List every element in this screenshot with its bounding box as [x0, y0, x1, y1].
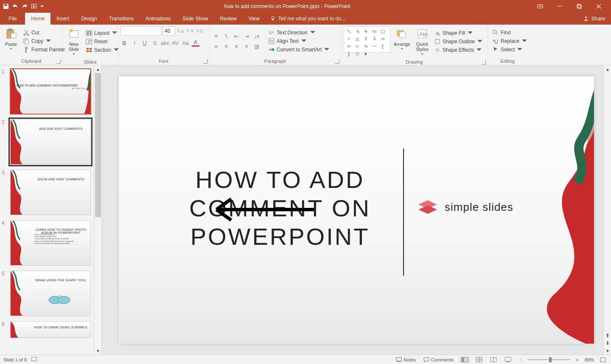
font-name-input[interactable]	[121, 26, 161, 36]
tab-slideshow[interactable]: Slide Show	[177, 13, 214, 25]
share-button[interactable]: Share	[577, 13, 611, 25]
convert-smartart-button[interactable]: Convert to SmartArt	[266, 46, 332, 53]
decrease-font-icon[interactable]: A▼	[186, 28, 195, 34]
change-case-icon[interactable]: Aa	[182, 39, 189, 47]
paste-button[interactable]: Paste	[3, 26, 20, 56]
tab-design[interactable]: Design	[75, 13, 103, 25]
redo-icon[interactable]	[21, 3, 28, 10]
slide-thumbnail[interactable]: 6 HOW TO DRAW USING SCRIBBLE	[2, 321, 100, 338]
shape-triangle-icon[interactable]: △	[353, 35, 361, 42]
dialog-launcher-icon[interactable]	[335, 59, 339, 64]
reading-view-icon[interactable]	[488, 357, 499, 363]
shape-fill-button[interactable]: Shape Fill	[432, 29, 485, 37]
shapes-gallery[interactable]: ＼ ↘ ↳ ▭ ▢ ○ △ ⇧ ⇩ ⇨ ⇦ ☆ ∿ 〰 { } ✩ ▾	[344, 26, 390, 53]
slide-counter[interactable]: Slide 1 of 8	[3, 357, 27, 362]
scroll-up-icon[interactable]: ▴	[604, 65, 611, 73]
align-left-icon[interactable]: ≡	[212, 42, 220, 50]
shape-arrow-up-icon[interactable]: ⇧	[362, 35, 370, 42]
shape-circle-icon[interactable]: ○	[345, 35, 353, 42]
section-button[interactable]: Section	[84, 46, 121, 54]
align-right-icon[interactable]: ≡	[233, 42, 240, 50]
new-slide-button[interactable]: New Slide	[65, 26, 82, 57]
slide-thumbnail[interactable]: 5 DRAW USING THE SHAPE TOOL	[2, 271, 100, 316]
zoom-out-button[interactable]: −	[517, 357, 523, 362]
shape-arrow-down-icon[interactable]: ⇩	[370, 35, 378, 42]
slideshow-view-icon[interactable]	[503, 357, 513, 363]
font-size-input[interactable]	[163, 26, 175, 36]
shape-rect-icon[interactable]: ▭	[370, 28, 378, 34]
slide-thumbnail[interactable]: 1 HOW TO ADD COMMENT ON POWERPOINT ◆ sim…	[2, 69, 100, 114]
shape-star-icon[interactable]: ☆	[353, 43, 361, 50]
comments-button[interactable]: Comments	[422, 357, 455, 362]
start-from-beginning-icon[interactable]	[31, 3, 37, 10]
slide-canvas[interactable]: HOW TO ADD COMMENT ON POWERPOINT simple …	[119, 76, 594, 344]
qat-dropdown-icon[interactable]	[40, 4, 44, 8]
undo-icon[interactable]	[12, 3, 19, 10]
tab-transitions[interactable]: Transitions	[103, 13, 140, 25]
cut-button[interactable]: Cut	[21, 29, 67, 36]
prev-slide-icon[interactable]: ⬆	[604, 332, 611, 339]
char-spacing-icon[interactable]: AV	[171, 39, 179, 47]
zoom-in-button[interactable]: +	[575, 357, 580, 362]
arrange-button[interactable]: Arrange	[392, 26, 412, 57]
scroll-up-icon[interactable]: ▴	[94, 65, 102, 73]
find-button[interactable]: Find	[490, 29, 530, 36]
tab-insert[interactable]: Insert	[50, 13, 75, 25]
next-slide-icon[interactable]: ⬇	[604, 339, 611, 347]
shape-more-icon[interactable]: ▾	[362, 50, 370, 57]
close-button[interactable]	[589, 0, 608, 13]
save-icon[interactable]	[3, 3, 9, 10]
tab-view[interactable]: View	[243, 13, 266, 25]
fit-to-window-icon[interactable]	[598, 357, 608, 362]
slide-thumbnail[interactable]: 3 SHOW AND HIDE COMMENTS	[2, 170, 100, 215]
dialog-launcher-icon[interactable]	[56, 59, 61, 64]
reset-button[interactable]: Reset	[84, 38, 121, 45]
dialog-launcher-icon[interactable]	[203, 59, 207, 64]
shape-connector-icon[interactable]: ↳	[362, 28, 370, 34]
increase-indent-icon[interactable]: ⇥	[243, 32, 250, 40]
italic-icon[interactable]: I	[131, 39, 138, 47]
clear-formatting-icon[interactable]: A⊘	[196, 28, 204, 34]
quick-styles-button[interactable]: Abc Quick Styles	[414, 26, 431, 57]
shape-callout-icon[interactable]: ✩	[353, 50, 361, 57]
normal-view-icon[interactable]	[460, 357, 470, 363]
justify-icon[interactable]: ≡	[243, 42, 250, 50]
tab-home[interactable]: Home	[25, 13, 50, 25]
font-color-icon[interactable]: A	[192, 39, 199, 47]
replace-button[interactable]: abacReplace	[490, 37, 530, 45]
strikethrough-icon[interactable]: S	[151, 39, 159, 47]
slide-sorter-view-icon[interactable]	[474, 357, 484, 363]
zoom-slider[interactable]	[528, 359, 570, 360]
layout-button[interactable]: Layout	[84, 29, 121, 37]
increase-font-icon[interactable]: A▲	[177, 28, 185, 34]
tab-review[interactable]: Review	[214, 13, 242, 25]
columns-icon[interactable]: ▥	[253, 42, 261, 50]
dialog-launcher-icon[interactable]	[482, 60, 486, 64]
shape-effects-button[interactable]: Shape Effects	[432, 46, 485, 54]
bullets-icon[interactable]: ≡	[212, 32, 220, 40]
shape-brace-r-icon[interactable]: }	[345, 50, 353, 57]
slide-thumbnail[interactable]: 2 ADD AND EDIT COMMENTS	[2, 119, 100, 165]
text-direction-button[interactable]: ||AText Direction	[266, 29, 332, 36]
tab-file[interactable]: File	[0, 13, 25, 25]
text-shadow-icon[interactable]: abc	[161, 39, 169, 47]
tab-animations[interactable]: Animations	[140, 13, 177, 25]
thumbnails-scrollbar[interactable]: ▴ ▾	[94, 65, 101, 355]
shape-brace-l-icon[interactable]: {	[379, 43, 387, 50]
align-center-icon[interactable]: ≡	[222, 42, 230, 50]
ribbon-display-options-icon[interactable]	[530, 0, 550, 13]
bold-icon[interactable]: B	[121, 39, 128, 47]
shape-arrow-line-icon[interactable]: ↘	[353, 28, 361, 34]
shape-arrow-right-icon[interactable]: ⇨	[379, 35, 387, 42]
format-painter-button[interactable]: Format Painter	[21, 46, 67, 53]
spellcheck-icon[interactable]	[31, 357, 38, 363]
scroll-down-icon[interactable]: ▾	[94, 347, 102, 355]
notes-button[interactable]: Notes	[394, 357, 418, 362]
shape-roundrect-icon[interactable]: ▢	[379, 28, 387, 34]
scroll-down-icon[interactable]: ▾	[604, 347, 611, 355]
zoom-level[interactable]: 89%	[585, 357, 594, 362]
shape-line-icon[interactable]: ＼	[345, 28, 353, 34]
tell-me-search[interactable]: Tell me what you want to do...	[266, 13, 350, 25]
slide-scrollbar[interactable]: ▴ ⬆ ⬇ ▾	[603, 65, 611, 355]
shape-curve-icon[interactable]: ∿	[362, 43, 370, 50]
